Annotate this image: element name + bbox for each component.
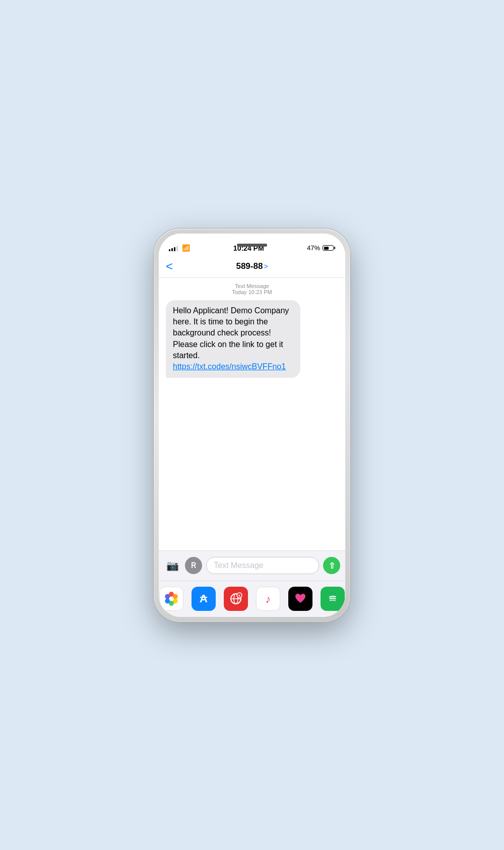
contact-chevron[interactable]: > xyxy=(264,262,268,270)
message-link[interactable]: https://txt.codes/nsiwcBVFFno1 xyxy=(173,362,286,371)
svg-text:♪: ♪ xyxy=(266,593,271,605)
wifi-icon: 📶 xyxy=(182,244,190,252)
nav-bar: < 589-88 > xyxy=(159,256,345,278)
dock-search-icon[interactable]: + xyxy=(224,587,248,611)
camera-icon: 📷 xyxy=(166,559,179,572)
message-meta: Text Message Today 10:23 PM xyxy=(166,283,338,295)
message-type-label: Text Message xyxy=(166,283,338,289)
message-bubble: Hello Applicant! Demo Company here. It i… xyxy=(166,300,300,378)
send-button[interactable]: ⇧ xyxy=(323,557,340,574)
appstore-icon: Ｒ xyxy=(190,560,198,571)
svg-point-1 xyxy=(173,594,178,599)
input-bar: 📷 Ｒ Text Message ⇧ xyxy=(159,550,345,581)
camera-button[interactable]: 📷 xyxy=(164,557,181,574)
phone-screen: 📶 10:24 PM 47% < 589-88 > xyxy=(159,234,345,617)
send-icon: ⇧ xyxy=(329,561,335,571)
appstore-svg: A xyxy=(196,591,211,606)
svg-text:A: A xyxy=(200,592,208,605)
svg-point-5 xyxy=(165,594,170,599)
spotify-svg xyxy=(325,591,340,606)
dock-appstore-icon[interactable]: A xyxy=(192,587,216,611)
dock: A + ♪ xyxy=(159,581,345,617)
battery-fill xyxy=(324,247,329,250)
message-input-field[interactable]: Text Message xyxy=(206,557,319,574)
svg-point-4 xyxy=(165,599,170,604)
battery-percent: 47% xyxy=(307,244,320,252)
dock-photos-icon[interactable] xyxy=(159,587,183,611)
heart-svg xyxy=(293,591,308,606)
battery-icon xyxy=(323,245,335,251)
status-right: 47% xyxy=(307,244,335,252)
battery-body xyxy=(323,245,334,251)
message-timestamp: Today 10:23 PM xyxy=(166,289,338,295)
signal-bar-4 xyxy=(176,246,178,251)
search-svg: + xyxy=(228,591,243,606)
signal-bar-2 xyxy=(171,248,173,251)
signal-bar-1 xyxy=(169,249,170,251)
phone-device: 📶 10:24 PM 47% < 589-88 > xyxy=(154,229,350,622)
speaker xyxy=(237,244,267,247)
battery-tip xyxy=(334,247,335,249)
music-svg: ♪ xyxy=(261,591,276,606)
svg-point-6 xyxy=(169,597,173,601)
messages-area: Text Message Today 10:23 PM Hello Applic… xyxy=(159,278,345,550)
signal-bar-3 xyxy=(174,247,175,251)
dock-heart-icon[interactable] xyxy=(288,587,312,611)
nav-title: 589-88 > xyxy=(236,261,268,271)
back-button[interactable]: < xyxy=(166,260,173,272)
contact-name: 589-88 xyxy=(236,261,263,271)
message-body: Hello Applicant! Demo Company here. It i… xyxy=(173,306,289,360)
appstore-button[interactable]: Ｒ xyxy=(185,557,202,574)
dock-music-icon[interactable]: ♪ xyxy=(256,587,280,611)
message-input-placeholder: Text Message xyxy=(214,561,264,570)
photos-svg xyxy=(162,590,180,608)
signal-bars-icon xyxy=(169,245,178,251)
svg-text:+: + xyxy=(238,593,240,598)
dock-spotify-icon[interactable] xyxy=(321,587,345,611)
status-left: 📶 xyxy=(169,244,190,253)
svg-point-15 xyxy=(327,593,339,605)
